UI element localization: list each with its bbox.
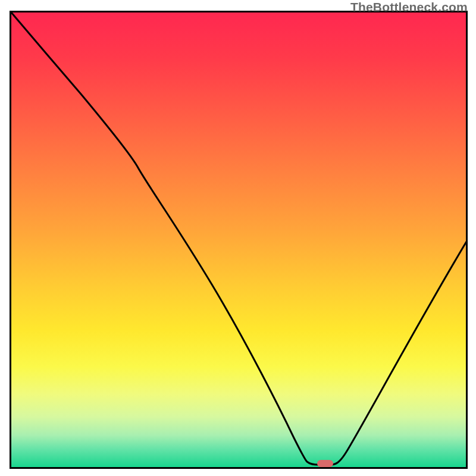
chart-curve-layer bbox=[10, 11, 468, 469]
optimal-marker bbox=[317, 460, 333, 467]
chart-frame bbox=[10, 11, 468, 469]
bottleneck-curve bbox=[11, 12, 466, 465]
watermark-text: TheBottleneck.com bbox=[350, 0, 468, 14]
